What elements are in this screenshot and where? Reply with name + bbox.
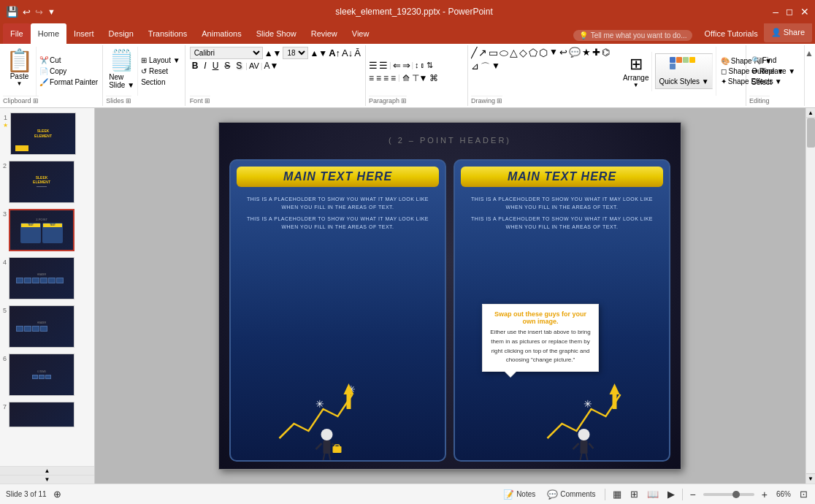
slide-thumbnail-active[interactable]: 2-POINT TEXT TEXT bbox=[9, 209, 74, 251]
slide-thumbnail[interactable]: HEADER bbox=[9, 305, 74, 348]
normal-view-btn[interactable]: ▦ bbox=[611, 489, 623, 500]
slide-thumbnail[interactable]: SLEEKELEMENT──── bbox=[9, 161, 74, 203]
justify-btn[interactable]: ≡ bbox=[391, 73, 396, 83]
shape-ellipse[interactable]: ⬭ bbox=[500, 47, 508, 59]
align-text-btn[interactable]: ⊤▼ bbox=[412, 73, 428, 83]
select-button[interactable]: Select bbox=[749, 77, 797, 87]
find-button[interactable]: 🔍 Find bbox=[749, 56, 797, 65]
replace-button[interactable]: ⇄ Replace ▼ bbox=[749, 66, 797, 76]
slide-thumbnail[interactable]: SLEEKELEMENT bbox=[10, 112, 76, 155]
slide-item[interactable]: 1 ★ SLEEKELEMENT bbox=[3, 112, 91, 155]
tab-file[interactable]: File bbox=[3, 23, 31, 44]
align-left-btn[interactable]: ≡ bbox=[369, 73, 374, 83]
save-icon[interactable]: 💾 bbox=[6, 6, 18, 18]
tab-slideshow[interactable]: Slide Show bbox=[249, 23, 304, 44]
slide-item[interactable]: 6 6 ITEMS bbox=[3, 354, 91, 396]
shape-rect[interactable]: ▭ bbox=[489, 47, 498, 59]
shape-diamond[interactable]: ◇ bbox=[519, 47, 527, 59]
vscroll-thumb[interactable] bbox=[807, 118, 815, 148]
vscroll-up[interactable]: ▲ bbox=[806, 108, 815, 118]
zoom-out-btn[interactable]: − bbox=[689, 489, 697, 500]
tab-animations[interactable]: Animations bbox=[194, 23, 248, 44]
smartart-btn[interactable]: ⌘ bbox=[429, 73, 438, 83]
bullets-btn[interactable]: ☰ bbox=[369, 60, 378, 71]
slide-item-active[interactable]: 3 2-POINT TEXT TEXT bbox=[3, 209, 91, 251]
shape-custom3[interactable]: ⌒ bbox=[481, 61, 490, 74]
zoom-in-btn[interactable]: + bbox=[760, 489, 769, 500]
line-spacing-btn[interactable]: ↕ bbox=[415, 61, 419, 69]
office-tutorials-btn[interactable]: Office Tutorials bbox=[698, 23, 763, 44]
slide-item[interactable]: 7 bbox=[3, 402, 91, 427]
font-family-select[interactable]: Calibri bbox=[190, 47, 263, 59]
accessibility-icon[interactable]: ⊕ bbox=[51, 489, 64, 500]
reset-button[interactable]: ↺ Reset bbox=[139, 66, 181, 76]
shape-arrow[interactable]: ↗ bbox=[478, 47, 487, 59]
layout-button[interactable]: ⊞ Layout ▼ bbox=[139, 56, 181, 65]
new-slide-button[interactable]: 🗒️ NewSlide ▼ bbox=[106, 47, 138, 96]
tab-design[interactable]: Design bbox=[102, 23, 141, 44]
cut-button[interactable]: ✂️ Cut bbox=[38, 56, 99, 65]
restore-icon[interactable]: ◻ bbox=[786, 7, 793, 17]
shape-callout[interactable]: 💬 bbox=[569, 47, 581, 59]
slide-item[interactable]: 2 SLEEKELEMENT──── bbox=[3, 161, 91, 203]
shape-custom1[interactable]: ⌬ bbox=[602, 47, 610, 59]
numbering-btn[interactable]: ☰ bbox=[379, 60, 388, 71]
font-size-select[interactable]: 18 bbox=[283, 47, 308, 59]
redo-icon[interactable]: ↪ bbox=[35, 7, 43, 18]
align-center-btn[interactable]: ≡ bbox=[376, 73, 381, 83]
tell-me-input[interactable]: 💡 Tell me what you want to do... bbox=[573, 30, 693, 41]
vscroll-down[interactable]: ▼ bbox=[806, 473, 815, 484]
shape-cross[interactable]: ✚ bbox=[592, 47, 600, 59]
tab-home[interactable]: Home bbox=[31, 23, 66, 44]
ribbon-collapse-btn[interactable]: ▲ bbox=[805, 45, 815, 106]
share-button[interactable]: 👤Share bbox=[764, 22, 812, 42]
underline-btn[interactable]: U bbox=[210, 61, 221, 71]
paste-button[interactable]: 📋 Paste ▼ bbox=[3, 47, 37, 96]
tab-transitions[interactable]: Transitions bbox=[141, 23, 194, 44]
text-direction-btn[interactable]: ⟰ bbox=[402, 73, 410, 83]
increase-font-btn[interactable]: A↑ bbox=[329, 47, 340, 58]
scroll-up-arrow[interactable]: ▲ bbox=[0, 466, 94, 475]
decrease-font-btn[interactable]: A↓ bbox=[342, 47, 353, 58]
tab-review[interactable]: Review bbox=[304, 23, 345, 44]
slide-thumbnail[interactable]: 6 ITEMS bbox=[9, 354, 74, 396]
strikethrough-btn[interactable]: S bbox=[222, 61, 232, 71]
shape-hexagon[interactable]: ⬡ bbox=[539, 47, 548, 59]
shapes-more[interactable]: ▼ bbox=[491, 61, 500, 74]
font-color-btn[interactable]: A▼ bbox=[264, 61, 278, 71]
slide-item[interactable]: 5 HEADER bbox=[3, 305, 91, 348]
undo-icon[interactable]: ↩ bbox=[23, 7, 31, 18]
shape-line[interactable]: ╱ bbox=[471, 47, 477, 59]
quick-styles-button[interactable]: Quick Styles ▼ bbox=[655, 53, 712, 89]
slide-item[interactable]: 4 HEADER bbox=[3, 257, 91, 299]
scroll-down-arrow[interactable]: ▼ bbox=[0, 475, 94, 484]
slide-thumbnail[interactable] bbox=[9, 402, 74, 427]
copy-button[interactable]: 📄 Copy bbox=[38, 66, 99, 76]
tab-view[interactable]: View bbox=[345, 23, 377, 44]
minimize-icon[interactable]: – bbox=[773, 6, 778, 18]
shape-custom2[interactable]: ⊿ bbox=[471, 61, 479, 74]
shape-pentagon[interactable]: ⬠ bbox=[529, 47, 537, 59]
zoom-slider[interactable] bbox=[703, 493, 754, 496]
tab-insert[interactable]: Insert bbox=[66, 23, 102, 44]
slide-show-btn[interactable]: ▶ bbox=[666, 489, 676, 500]
decrease-indent-btn[interactable]: ⇐ bbox=[393, 60, 401, 71]
shape-curved-arr[interactable]: ↩ bbox=[559, 47, 567, 59]
align-right-btn[interactable]: ≡ bbox=[383, 73, 389, 83]
char-spacing-btn[interactable]: AV bbox=[249, 61, 259, 70]
slide-thumbnail[interactable]: HEADER bbox=[9, 257, 74, 299]
section-button[interactable]: Section bbox=[139, 77, 181, 87]
bold-btn[interactable]: B bbox=[190, 61, 201, 71]
columns-btn[interactable]: ⫾ bbox=[421, 61, 425, 69]
format-painter-button[interactable]: 🖌️ Format Painter bbox=[38, 77, 99, 87]
comments-button[interactable]: 💬 Comments bbox=[544, 488, 598, 501]
shape-triangle[interactable]: △ bbox=[510, 47, 518, 59]
fit-slide-btn[interactable]: ⊡ bbox=[798, 489, 809, 500]
paragraph-direction-btn[interactable]: ⇅ bbox=[426, 61, 433, 70]
shape-scroll-down[interactable]: ▼ bbox=[549, 47, 558, 59]
increase-indent-btn[interactable]: ⇒ bbox=[402, 60, 410, 71]
close-icon[interactable]: ✕ bbox=[800, 6, 809, 18]
zoom-level[interactable]: 66% bbox=[775, 490, 792, 498]
italic-btn[interactable]: I bbox=[202, 61, 208, 71]
clear-format-btn[interactable]: Ā bbox=[354, 47, 361, 58]
